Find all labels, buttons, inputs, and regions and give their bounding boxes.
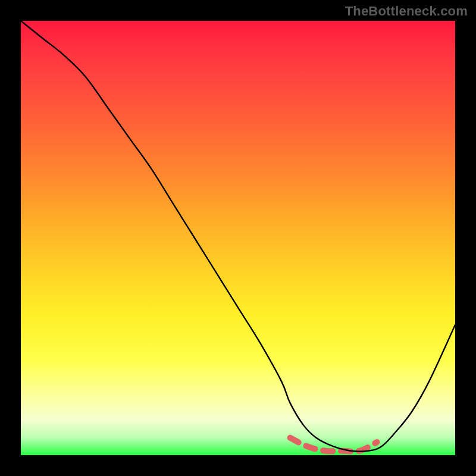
chart-svg [21, 21, 455, 455]
bottleneck-curve-line [21, 21, 455, 452]
gradient-plot-area [21, 21, 455, 455]
chart-frame: TheBottleneck.com [0, 0, 476, 476]
watermark-text: TheBottleneck.com [345, 4, 468, 19]
optimal-region-line [290, 438, 377, 452]
